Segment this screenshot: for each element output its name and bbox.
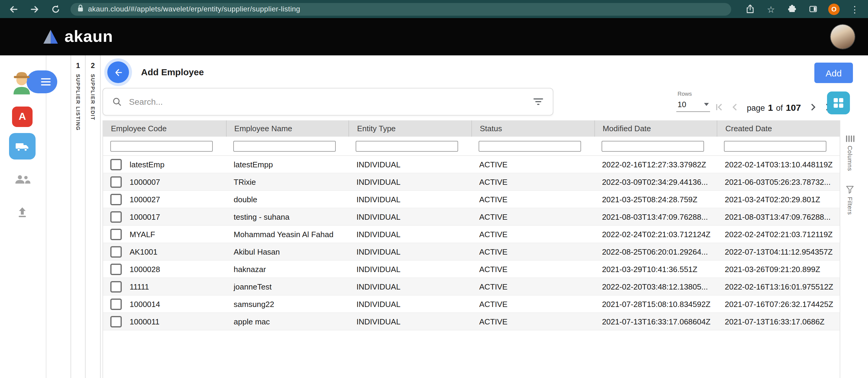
table-header: Employee Code Employee Name Entity Type … (103, 121, 840, 137)
table-row[interactable]: 1000027 double INDIVIDUAL ACTIVE 2021-03… (103, 191, 840, 208)
modified-date: 2022-02-24T02:21:03.712124Z (594, 230, 717, 239)
column-filter-input[interactable] (356, 141, 458, 152)
employee-name: joanneTest (226, 282, 348, 291)
status: ACTIVE (471, 212, 594, 221)
filters-icon (846, 186, 854, 194)
table-row[interactable]: MYALF Mohammad Yeasin Al Fahad INDIVIDUA… (103, 226, 840, 243)
column-filter-input[interactable] (601, 141, 704, 152)
status: ACTIVE (471, 300, 594, 308)
back-button[interactable] (107, 61, 129, 83)
table-row[interactable]: latestEmp latestEmpp INDIVIDUAL ACTIVE 2… (103, 156, 840, 173)
status: ACTIVE (471, 265, 594, 274)
row-checkbox[interactable] (110, 211, 122, 222)
row-checkbox[interactable] (110, 246, 122, 257)
column-header[interactable]: Status (471, 121, 594, 137)
menu-dots-icon[interactable]: ⋮ (849, 3, 861, 15)
employee-name: double (226, 195, 348, 204)
employee-name: latestEmpp (226, 160, 348, 169)
tab-supplier-listing[interactable]: 1 SUPPLIER LISTING (70, 56, 86, 378)
tab-number: 1 (76, 61, 80, 70)
side-panel-icon[interactable] (807, 3, 819, 15)
column-filter-input[interactable] (478, 141, 581, 152)
user-avatar[interactable] (831, 25, 855, 49)
created-date: 2021-03-26T09:21:20.899Z (717, 265, 840, 274)
browser-profile-avatar[interactable]: O (828, 3, 840, 15)
row-checkbox[interactable] (110, 298, 122, 310)
employee-code: 1000011 (130, 317, 159, 326)
rows-per-page: Rows 10 (676, 90, 710, 112)
prev-page-button[interactable] (730, 102, 740, 112)
employee-table: Employee Code Employee Name Entity Type … (102, 121, 840, 378)
share-icon[interactable] (744, 3, 756, 15)
tab-supplier-edit[interactable]: 2 SUPPLIER EDIT (86, 56, 101, 378)
add-button[interactable]: Add (814, 63, 853, 83)
page-word: page (747, 103, 765, 112)
grid-view-button[interactable] (827, 92, 850, 114)
logo-text: akaun (64, 27, 113, 46)
filter-list-icon[interactable] (533, 98, 544, 106)
column-header[interactable]: Employee Code (103, 121, 226, 137)
reload-icon[interactable] (50, 3, 61, 15)
row-checkbox[interactable] (110, 229, 122, 240)
first-page-button[interactable] (714, 102, 724, 112)
next-page-button[interactable] (807, 102, 818, 112)
rows-label: Rows (676, 90, 710, 97)
created-date: 2022-07-13T04:11:12.954357Z (717, 247, 840, 256)
column-header[interactable]: Entity Type (349, 121, 471, 137)
column-header[interactable]: Employee Name (226, 121, 348, 137)
employee-code: latestEmp (130, 160, 164, 169)
table-row[interactable]: 1000028 haknazar INDIVIDUAL ACTIVE 2021-… (103, 261, 840, 278)
code-cell: 1000014 (103, 298, 226, 310)
logistics-applet-icon[interactable] (9, 133, 36, 160)
row-checkbox[interactable] (110, 281, 122, 292)
table-row[interactable]: 11111 joanneTest INDIVIDUAL ACTIVE 2022-… (103, 278, 840, 296)
row-checkbox[interactable] (110, 316, 122, 327)
employee-name: TRixie (226, 177, 348, 186)
table-row[interactable]: 1000011 apple mac INDIVIDUAL ACTIVE 2021… (103, 313, 840, 331)
columns-tool[interactable]: Columns (845, 135, 855, 171)
row-checkbox[interactable] (110, 159, 122, 170)
menu-open-icon (41, 78, 51, 86)
column-filter-input[interactable] (110, 141, 213, 152)
forward-icon[interactable] (28, 3, 40, 15)
rows-select[interactable]: 10 (676, 100, 710, 112)
column-filter-input[interactable] (233, 141, 336, 152)
table-body: latestEmp latestEmpp INDIVIDUAL ACTIVE 2… (103, 156, 840, 331)
employee-name: Mohammad Yeasin Al Fahad (226, 230, 348, 239)
upload-icon[interactable] (16, 206, 28, 220)
code-cell: 11111 (103, 281, 226, 292)
created-date: 2022-02-14T03:13:10.448119Z (717, 160, 840, 169)
grid-icon (833, 98, 844, 108)
workspace: A (0, 56, 868, 378)
column-header[interactable]: Created Date (717, 121, 840, 137)
pdf-applet-icon[interactable]: A (12, 107, 33, 127)
status: ACTIVE (471, 195, 594, 204)
table-row[interactable]: 1000007 TRixie INDIVIDUAL ACTIVE 2022-03… (103, 173, 840, 191)
code-cell: AK1001 (103, 246, 226, 257)
filters-tool[interactable]: Filters (846, 186, 854, 215)
column-filter-input[interactable] (724, 141, 827, 152)
created-date: 2021-06-03T05:26:23.78732... (717, 177, 840, 186)
back-icon[interactable] (7, 3, 19, 15)
column-header[interactable]: Modified Date (594, 121, 717, 137)
row-checkbox[interactable] (110, 176, 122, 187)
worker-applet-icon[interactable] (8, 68, 36, 96)
search-input[interactable] (128, 96, 533, 107)
row-checkbox[interactable] (110, 194, 122, 205)
workspace-tabstrip: 1 SUPPLIER LISTING 2 SUPPLIER EDIT (70, 56, 101, 378)
status: ACTIVE (471, 177, 594, 186)
address-bar[interactable]: akaun.cloud/#/applets/wavelet/erp/entity… (70, 3, 731, 15)
table-row[interactable]: 1000014 samsung22 INDIVIDUAL ACTIVE 2021… (103, 296, 840, 313)
entity-type: INDIVIDUAL (349, 317, 471, 326)
users-icon[interactable] (14, 175, 31, 186)
employee-code: 1000017 (130, 212, 160, 221)
arrow-left-icon (113, 67, 123, 77)
app-header: akaun (0, 18, 868, 56)
search-icon (112, 97, 122, 107)
table-row[interactable]: AK1001 Akibul Hasan INDIVIDUAL ACTIVE 20… (103, 243, 840, 261)
bookmark-star-icon[interactable]: ☆ (765, 3, 777, 15)
akaun-logo[interactable]: akaun (42, 27, 113, 46)
row-checkbox[interactable] (110, 263, 122, 275)
extensions-icon[interactable] (786, 3, 798, 15)
table-row[interactable]: 1000017 testing - suhana INDIVIDUAL ACTI… (103, 208, 840, 226)
